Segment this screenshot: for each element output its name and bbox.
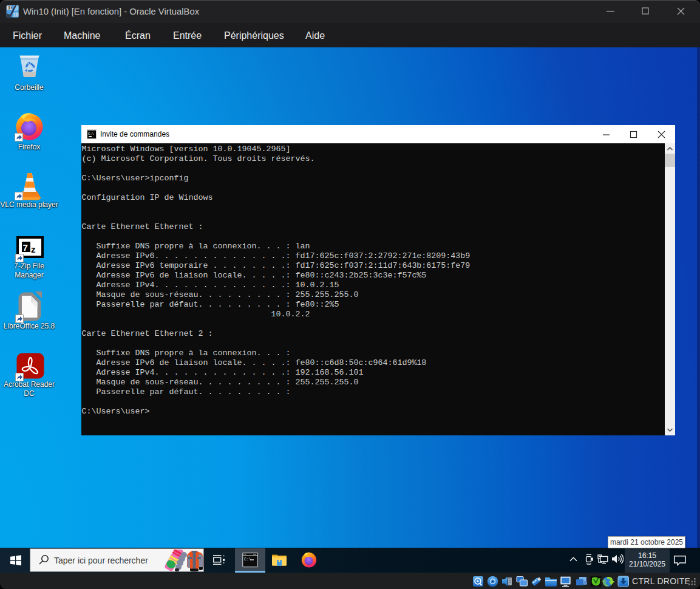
svg-text:C:\: C:\ (244, 557, 251, 562)
svg-text:C:\: C:\ (88, 132, 94, 136)
svg-text:10: 10 (13, 12, 19, 18)
svg-text:z: z (31, 244, 36, 254)
svg-text:7: 7 (23, 242, 28, 253)
